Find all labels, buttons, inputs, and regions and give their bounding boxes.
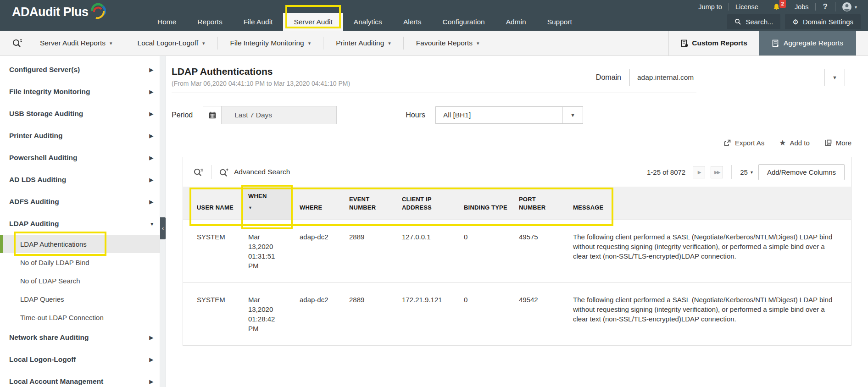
sidebar-item-adfs-auditing[interactable]: ADFS Auditing ▶ <box>0 191 160 213</box>
sidebar-item-printer-auditing[interactable]: Printer Auditing ▶ <box>0 125 160 147</box>
column-header-client-ip[interactable]: CLIENT IP ADDRESS <box>395 187 457 220</box>
cell-user-name: SYSTEM <box>183 283 241 346</box>
add-to-button[interactable]: ★ Add to <box>779 138 810 148</box>
cell-event-number: 2889 <box>342 283 395 346</box>
advanced-search-label[interactable]: Advanced Search <box>234 168 290 176</box>
column-header-binding-type[interactable]: BINDING TYPE <box>457 187 512 220</box>
sidebar-item-label: Network share Auditing <box>9 333 89 342</box>
tab-alerts[interactable]: Alerts <box>393 13 432 31</box>
cell-port-number: 49575 <box>512 220 566 283</box>
sidebar-item-local-account-management[interactable]: Local Account Management ▶ <box>0 370 160 387</box>
sidebar-item-ldap-authentications[interactable]: LDAP Authentications <box>0 235 160 253</box>
cell-when: Mar 13,2020 01:31:51 PM <box>241 220 293 283</box>
jobs-link[interactable]: Jobs <box>788 3 816 11</box>
sidebar-item-network-share-auditing[interactable]: Network share Auditing ▶ <box>0 326 160 348</box>
custom-reports-label: Custom Reports <box>692 39 747 47</box>
sidebar-item-file-integrity-monitoring[interactable]: File Integrity Monitoring ▶ <box>0 81 160 103</box>
column-header-message[interactable]: MESSAGE <box>566 187 851 220</box>
cell-binding-type: 0 <box>457 220 512 283</box>
aggregate-reports-button[interactable]: Aggregate Reports <box>759 31 856 55</box>
tab-support[interactable]: Support <box>537 13 583 31</box>
tab-server-audit[interactable]: Server Audit <box>283 13 343 31</box>
sidebar-item-powershell-auditing[interactable]: Powershell Auditing ▶ <box>0 147 160 169</box>
tab-analytics[interactable]: Analytics <box>343 13 393 31</box>
chevron-down-icon: ▾ <box>308 40 311 46</box>
domain-value: adap.internal.com <box>630 69 824 86</box>
app-logo[interactable]: ADAudit Plus <box>12 5 106 19</box>
more-button[interactable]: More <box>824 138 851 148</box>
chevron-down-icon[interactable]: ▼ <box>562 107 583 123</box>
sidebar-item-ad-lds-auditing[interactable]: AD LDS Auditing ▶ <box>0 169 160 191</box>
table-row: SYSTEM Mar 13,2020 01:28:42 PM adap-dc2 … <box>183 283 851 346</box>
report-search-icon[interactable] <box>12 38 23 48</box>
tab-home[interactable]: Home <box>147 13 187 31</box>
column-header-event-number[interactable]: EVENT NUMBER <box>342 187 395 220</box>
chevron-right-icon: ▶ <box>150 177 153 183</box>
custom-reports-icon <box>681 39 688 47</box>
sidebar-item-label: Local Logon-Logoff <box>9 355 76 364</box>
divider <box>172 93 696 93</box>
tab-admin[interactable]: Admin <box>495 13 537 31</box>
menu-favourite-reports[interactable]: Favourite Reports ▾ <box>404 37 492 50</box>
custom-reports-button[interactable]: Custom Reports <box>668 31 759 55</box>
menu-file-integrity-monitoring[interactable]: File Integrity Monitoring ▾ <box>218 37 324 50</box>
sidebar-item-label: AD LDS Auditing <box>9 176 66 184</box>
sidebar-item-configured-servers[interactable]: Configured Server(s) ▶ <box>0 59 160 81</box>
next-page-button[interactable]: ▶ <box>693 166 705 178</box>
menu-label: Server Audit Reports <box>40 39 106 47</box>
sidebar-item-timeout-ldap-connection[interactable]: Time-out LDAP Connection <box>0 308 160 326</box>
period-control[interactable]: Last 7 Days <box>203 106 337 124</box>
report-ribbon: Server Audit Reports ▾ Local Logon-Logof… <box>0 31 868 56</box>
notifications-button[interactable]: 2 <box>765 3 788 11</box>
user-menu[interactable]: ▾ <box>835 2 858 12</box>
chevron-right-icon: ▶ <box>150 357 153 363</box>
domain-select[interactable]: adap.internal.com ▼ <box>629 69 845 86</box>
sidebar-item-ldap-queries[interactable]: LDAP Queries <box>0 290 160 308</box>
domain-settings-button[interactable]: ⚙ Domain Settings <box>785 14 861 29</box>
report-date-range: (From Mar 06,2020 04:41:10 PM to Mar 13,… <box>172 80 350 87</box>
pagination-range: 1-25 of 8072 <box>647 168 685 176</box>
menu-local-logon-logoff[interactable]: Local Logon-Logoff ▾ <box>125 37 218 50</box>
cell-client-ip: 127.0.0.1 <box>395 220 457 283</box>
tab-file-audit[interactable]: File Audit <box>233 13 284 31</box>
sidebar-item-label: Configured Server(s) <box>9 66 80 74</box>
sidebar-item-no-of-daily-ldap-bind[interactable]: No of Daily LDAP Bind <box>0 253 160 271</box>
column-header-user-name[interactable]: USER NAME <box>183 187 241 220</box>
calendar-icon[interactable] <box>203 106 222 124</box>
menu-printer-auditing[interactable]: Printer Auditing ▾ <box>323 37 404 50</box>
sidebar-item-no-of-ldap-search[interactable]: No of LDAP Search <box>0 271 160 290</box>
tab-reports[interactable]: Reports <box>187 13 233 31</box>
sidebar-collapse-handle[interactable]: ‹ <box>160 217 166 239</box>
column-header-when[interactable]: WHEN ▼ <box>241 187 293 220</box>
selected-indicator <box>0 235 3 253</box>
sidebar-item-usb-storage-auditing[interactable]: USB Storage Auditing ▶ <box>0 103 160 125</box>
jump-to-link[interactable]: Jump to <box>692 3 729 11</box>
export-as-label: Export As <box>735 139 764 147</box>
column-header-port-number[interactable]: PORT NUMBER <box>512 187 566 220</box>
sidebar-item-label: Time-out LDAP Connection <box>20 314 104 321</box>
sort-desc-icon[interactable]: ▼ <box>248 204 288 212</box>
page-size-select[interactable]: 25 ▾ <box>740 168 753 176</box>
chevron-right-icon: ▶ <box>150 199 153 205</box>
hours-select[interactable]: All [BH1] ▼ <box>435 106 583 124</box>
table-search-icon[interactable] <box>193 167 204 177</box>
cell-event-number: 2889 <box>342 220 395 283</box>
more-label: More <box>836 139 851 147</box>
advanced-search-icon[interactable] <box>219 167 229 177</box>
column-header-where[interactable]: WHERE <box>293 187 342 220</box>
last-page-button[interactable]: ▶▶ <box>711 166 723 178</box>
export-as-button[interactable]: Export As <box>723 138 764 148</box>
help-icon[interactable]: ? <box>816 2 835 11</box>
global-search-button[interactable]: Search... <box>727 14 780 29</box>
tab-configuration[interactable]: Configuration <box>432 13 495 31</box>
period-value[interactable]: Last 7 Days <box>222 106 336 124</box>
add-remove-columns-button[interactable]: Add/Remove Columns <box>758 164 845 180</box>
sidebar-item-local-logon-logoff[interactable]: Local Logon-Logoff ▶ <box>0 348 160 370</box>
license-link[interactable]: License <box>729 3 765 11</box>
topbar-buttons: Search... ⚙ Domain Settings <box>727 14 861 29</box>
sidebar-item-ldap-auditing[interactable]: LDAP Auditing ▾ <box>0 213 160 235</box>
chevron-down-icon: ▾ <box>751 170 753 175</box>
chevron-down-icon[interactable]: ▼ <box>824 69 845 86</box>
menu-server-audit-reports[interactable]: Server Audit Reports ▾ <box>28 37 125 50</box>
divider <box>731 165 732 179</box>
